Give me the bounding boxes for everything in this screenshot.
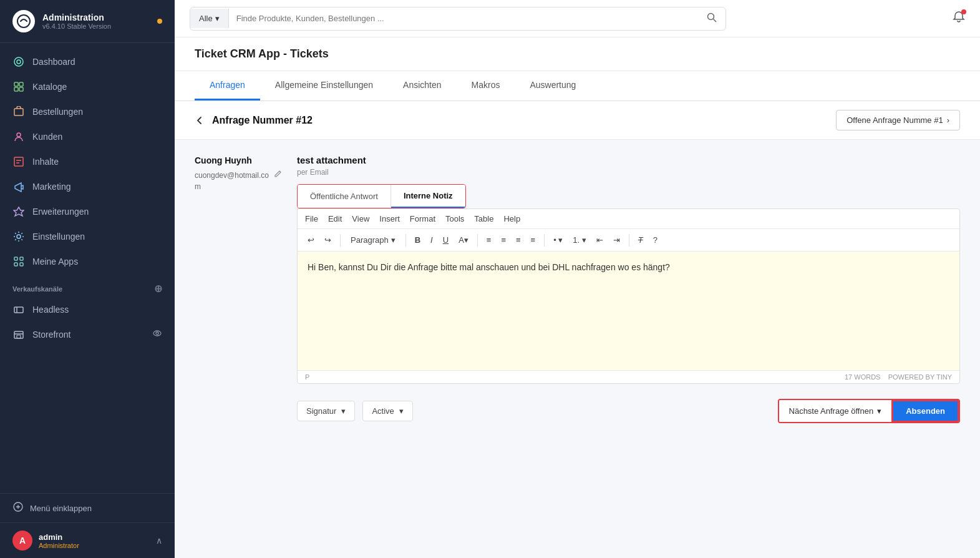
sidebar-item-storefront[interactable]: Storefront [0,322,175,347]
main-area: Alle ▾ Ticket CRM App - Tickets Anfragen… [175,0,980,558]
svg-marker-12 [14,207,24,216]
customer-panel: Cuong Huynh cuongdev@hotmail.com [195,155,282,431]
sidebar-item-kataloge-label: Kataloge [32,82,67,92]
open-request-chevron-icon: › [947,115,949,125]
toolbar-separator-2 [405,234,406,247]
sidebar-item-dashboard[interactable]: Dashboard [0,49,175,74]
underline-button[interactable]: U [439,233,452,247]
align-center-button[interactable]: ≡ [497,233,510,247]
kunden-icon [12,130,25,143]
ordered-list-button[interactable]: 1. ▾ [569,233,589,247]
sales-channels-label: Verkaufskanäle ⊕ [0,274,175,297]
sidebar-item-kataloge[interactable]: Kataloge [0,74,175,99]
storefront-visibility-icon[interactable] [152,328,162,341]
svg-point-13 [17,235,21,238]
page-header: Ticket CRM App - Tickets [175,37,980,71]
text-color-button[interactable]: A▾ [455,233,472,247]
menu-edit[interactable]: Edit [328,214,342,223]
bestellungen-icon [12,105,25,118]
sidebar-footer: Menü einklappen [0,493,175,522]
toolbar-separator-4 [544,234,545,247]
help-button[interactable]: ? [649,233,661,247]
notification-button[interactable] [953,11,965,26]
signature-select[interactable]: Signatur ▾ [297,401,355,421]
svg-rect-5 [14,87,18,91]
editor-wordcount: 17 WORDS POWERED BY TINY [845,373,952,381]
customer-name: Cuong Huynh [195,155,282,167]
user-info: admin Administrator [39,532,150,549]
search-type-label: Alle [199,14,213,23]
menu-view[interactable]: View [352,214,369,223]
tab-offentliche-antwort[interactable]: Öffentliche Antwort [298,185,391,208]
back-button[interactable] [195,115,205,125]
storefront-icon [12,328,25,341]
signature-label: Signatur [306,406,336,416]
customer-edit-button[interactable] [274,170,282,180]
ticket-back-nav: Anfrage Nummer #12 Offene Anfrage Numme … [175,101,980,140]
unordered-list-button[interactable]: • ▾ [550,233,566,247]
bold-button[interactable]: B [411,233,424,247]
align-left-button[interactable]: ≡ [483,233,495,247]
add-sales-channel-button[interactable]: ⊕ [154,283,162,295]
svg-point-0 [17,15,30,27]
status-select[interactable]: Active ▾ [362,401,412,421]
menu-file[interactable]: File [305,214,318,223]
tab-allgemeine-einstellungen[interactable]: Allgemeine Einstellungen [260,71,388,100]
tabs-bar: Anfragen Allgemeine Einstellungen Ansich… [175,71,980,101]
search-icon [707,12,717,22]
outdent-button[interactable]: ⇤ [593,233,607,247]
search-input[interactable] [229,9,698,28]
customer-email: cuongdev@hotmail.com [195,170,271,192]
collapse-menu-item[interactable]: Menü einklappen [12,501,162,515]
reply-type-tabs-container: Öffentliche Antwort Interne Notiz [297,184,466,208]
editor-content[interactable]: Hi Ben, kannst Du Dir die Anfrage bitte … [298,252,959,370]
sidebar-item-headless-label: Headless [32,305,69,315]
collapse-menu-label: Menü einklappen [30,504,92,513]
erweiterungen-icon [12,205,25,218]
tab-anfragen[interactable]: Anfragen [195,71,260,100]
toolbar-separator-3 [477,234,478,247]
align-justify-button[interactable]: ≡ [527,233,540,247]
next-action-button[interactable]: Nächste Anfrage öffnen ▾ [779,400,892,422]
logo-icon [17,14,31,28]
sidebar-item-erweiterungen[interactable]: Erweiterungen [0,199,175,224]
paragraph-select[interactable]: Paragraph ▾ [346,233,400,247]
status-label: Active [372,406,394,416]
sidebar-item-bestellungen-label: Bestellungen [32,107,83,117]
sidebar-item-headless[interactable]: Headless [0,297,175,322]
toolbar-separator-1 [340,234,341,247]
svg-rect-9 [14,157,23,166]
user-menu-chevron[interactable]: ∧ [156,536,162,546]
svg-rect-17 [20,263,23,266]
svg-point-25 [708,13,714,19]
menu-insert[interactable]: Insert [379,214,400,223]
menu-tools[interactable]: Tools [445,214,464,223]
sidebar-item-bestellungen[interactable]: Bestellungen [0,99,175,124]
search-type-button[interactable]: Alle ▾ [190,9,229,28]
sidebar-item-kunden[interactable]: Kunden [0,124,175,149]
svg-rect-7 [14,109,23,115]
sidebar-item-inhalte[interactable]: Inhalte [0,149,175,174]
open-request-button[interactable]: Offene Anfrage Numme #1 › [836,110,960,130]
tab-ansichten[interactable]: Ansichten [388,71,456,100]
undo-button[interactable]: ↩ [304,233,318,247]
sidebar-header: Administration v6.4.10 Stable Version [0,0,175,43]
app-version: v6.4.10 Stable Version [42,22,111,30]
italic-button[interactable]: I [427,233,437,247]
menu-format[interactable]: Format [410,214,435,223]
menu-help[interactable]: Help [503,214,520,223]
sidebar-item-meine-apps[interactable]: Meine Apps [0,249,175,274]
absenden-button[interactable]: Absenden [892,400,959,422]
tab-interne-notiz[interactable]: Interne Notiz [391,185,465,208]
tab-makros[interactable]: Makros [457,71,515,100]
tab-auswertung[interactable]: Auswertung [515,71,591,100]
redo-button[interactable]: ↪ [321,233,335,247]
sidebar-item-einstellungen[interactable]: Einstellungen [0,224,175,249]
search-button[interactable] [698,7,725,30]
clear-format-button[interactable]: T [634,233,647,247]
menu-table[interactable]: Table [474,214,493,223]
sidebar-item-marketing[interactable]: Marketing [0,174,175,199]
align-right-button[interactable]: ≡ [512,233,525,247]
indent-button[interactable]: ⇥ [609,233,624,247]
toolbar-separator-5 [629,234,629,247]
